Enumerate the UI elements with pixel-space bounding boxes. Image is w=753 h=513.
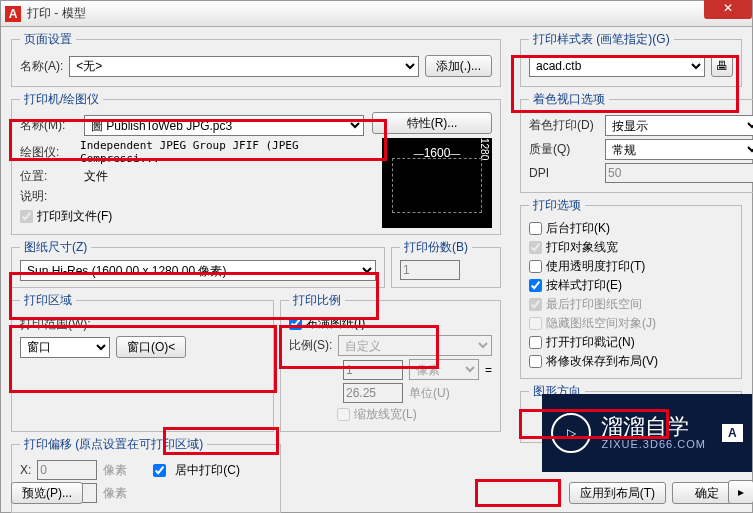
scale-unit2: 单位(U) bbox=[409, 385, 450, 402]
printer-name-select[interactable]: 圖 PublishToWeb JPG.pc3 bbox=[84, 115, 364, 136]
dpi-label: DPI bbox=[529, 166, 599, 180]
opt-hide-paperspace-checkbox bbox=[529, 317, 542, 330]
shade-plot-select[interactable]: 按显示 bbox=[605, 115, 753, 136]
dpi-input bbox=[605, 163, 753, 183]
print-to-file-checkbox bbox=[20, 210, 33, 223]
plot-area-group: 打印区域 打印范围(W): 窗口 窗口(O)< bbox=[11, 292, 274, 432]
window-title: 打印 - 模型 bbox=[27, 5, 86, 22]
quality-select[interactable]: 常规 bbox=[605, 139, 753, 160]
center-plot-label: 居中打印(C) bbox=[175, 462, 240, 479]
edit-style-table-button[interactable]: 🖶 bbox=[711, 55, 733, 77]
opt-hide-paperspace-label: 隐藏图纸空间对象(J) bbox=[546, 315, 656, 332]
scale-num2 bbox=[343, 383, 403, 403]
paper-size-group: 图纸尺寸(Z) Sun Hi-Res (1600.00 x 1280.00 像素… bbox=[11, 239, 385, 288]
page-setup-group: 页面设置 名称(A): <无> 添加(.)... bbox=[11, 31, 501, 87]
plot-style-table-legend: 打印样式表 (画笔指定)(G) bbox=[529, 31, 674, 48]
quality-label: 质量(Q) bbox=[529, 141, 599, 158]
equals-icon: = bbox=[485, 363, 492, 377]
page-name-label: 名称(A): bbox=[20, 58, 63, 75]
printer-legend: 打印机/绘图仪 bbox=[20, 91, 103, 108]
page-name-select[interactable]: <无> bbox=[69, 56, 418, 77]
scale-select: 自定义 bbox=[338, 335, 492, 356]
opt-transparency-checkbox[interactable] bbox=[529, 260, 542, 273]
plot-options-legend: 打印选项 bbox=[529, 197, 585, 214]
scale-lineweights-checkbox bbox=[337, 408, 350, 421]
watermark-overlay: ▷ 溜溜自学 ZIXUE.3D66.COM A bbox=[542, 394, 752, 472]
opt-save-changes-checkbox[interactable] bbox=[529, 355, 542, 368]
paper-size-legend: 图纸尺寸(Z) bbox=[20, 239, 91, 256]
fit-to-paper-checkbox[interactable] bbox=[289, 317, 302, 330]
plot-scale-group: 打印比例 布满图纸(I) 比例(S): 自定义 像素 = 单位(U) bbox=[280, 292, 501, 432]
opt-stamp-label: 打开打印戳记(N) bbox=[546, 334, 635, 351]
play-icon: ▷ bbox=[551, 413, 591, 453]
opt-styles-label: 按样式打印(E) bbox=[546, 277, 622, 294]
page-setup-legend: 页面设置 bbox=[20, 31, 76, 48]
where-value: 文件 bbox=[84, 168, 108, 185]
close-button[interactable]: ✕ bbox=[704, 0, 752, 19]
plot-style-table-group: 打印样式表 (画笔指定)(G) acad.ctb 🖶 bbox=[520, 31, 742, 87]
app-icon: A bbox=[5, 6, 21, 22]
printer-properties-button[interactable]: 特性(R)... bbox=[372, 112, 492, 134]
copies-legend: 打印份数(B) bbox=[400, 239, 472, 256]
watermark-trailing: A bbox=[722, 424, 743, 442]
opt-lineweights-checkbox bbox=[529, 241, 542, 254]
opt-background-checkbox[interactable] bbox=[529, 222, 542, 235]
plot-area-legend: 打印区域 bbox=[20, 292, 76, 309]
scale-label: 比例(S): bbox=[289, 337, 332, 354]
opt-paperspace-last-checkbox bbox=[529, 298, 542, 311]
copies-input bbox=[400, 260, 460, 280]
plot-what-select[interactable]: 窗口 bbox=[20, 337, 110, 358]
apply-to-layout-button[interactable]: 应用到布局(T) bbox=[569, 482, 666, 504]
opt-paperspace-last-label: 最后打印图纸空间 bbox=[546, 296, 642, 313]
opt-lineweights-label: 打印对象线宽 bbox=[546, 239, 618, 256]
opt-stamp-checkbox[interactable] bbox=[529, 336, 542, 349]
preview-button[interactable]: 预览(P)... bbox=[11, 482, 83, 504]
plotter-value: Independent JPEG Group JFIF (JPEG Compre… bbox=[80, 139, 364, 165]
watermark-url: ZIXUE.3D66.COM bbox=[601, 438, 705, 450]
expand-button[interactable]: ▸ bbox=[728, 480, 753, 504]
shaded-viewport-legend: 着色视口选项 bbox=[529, 91, 609, 108]
plot-what-label: 打印范围(W): bbox=[20, 316, 91, 333]
shaded-viewport-group: 着色视口选项 着色打印(D) 按显示 质量(Q) 常规 DPI bbox=[520, 91, 753, 193]
printer-group: 打印机/绘图仪 名称(M): 圖 PublishToWeb JPG.pc3 绘图… bbox=[11, 91, 501, 235]
offset-x-input bbox=[37, 460, 97, 480]
where-label: 位置: bbox=[20, 168, 78, 185]
scale-lineweights-label: 缩放线宽(L) bbox=[354, 406, 417, 423]
add-page-setup-button[interactable]: 添加(.)... bbox=[425, 55, 492, 77]
copies-group: 打印份数(B) bbox=[391, 239, 501, 288]
opt-styles-checkbox[interactable] bbox=[529, 279, 542, 292]
scale-unit1: 像素 bbox=[409, 359, 479, 380]
plot-options-group: 打印选项 后台打印(K) 打印对象线宽 使用透明度打印(T) 按样式打印(E) … bbox=[520, 197, 742, 379]
paper-preview: —1600— 1280 bbox=[382, 138, 492, 228]
offset-x-unit: 像素 bbox=[103, 462, 127, 479]
plot-offset-legend: 打印偏移 (原点设置在可打印区域) bbox=[20, 436, 207, 453]
scale-num1 bbox=[343, 360, 403, 380]
plot-style-table-select[interactable]: acad.ctb bbox=[529, 56, 705, 77]
desc-label: 说明: bbox=[20, 188, 78, 205]
plotter-label: 绘图仪: bbox=[20, 144, 74, 161]
print-to-file-label: 打印到文件(F) bbox=[37, 208, 112, 225]
print-dialog: A 打印 - 模型 ✕ 页面设置 名称(A): <无> 添加(.)... 打印机… bbox=[0, 0, 753, 513]
titlebar: A 打印 - 模型 ✕ bbox=[1, 1, 752, 27]
plot-scale-legend: 打印比例 bbox=[289, 292, 345, 309]
opt-transparency-label: 使用透明度打印(T) bbox=[546, 258, 645, 275]
watermark-brand: 溜溜自学 bbox=[601, 416, 705, 438]
opt-background-label: 后台打印(K) bbox=[546, 220, 610, 237]
opt-save-changes-label: 将修改保存到布局(V) bbox=[546, 353, 658, 370]
shade-plot-label: 着色打印(D) bbox=[529, 117, 599, 134]
fit-to-paper-label: 布满图纸(I) bbox=[306, 315, 365, 332]
center-plot-checkbox[interactable] bbox=[153, 464, 166, 477]
paper-size-select[interactable]: Sun Hi-Res (1600.00 x 1280.00 像素) bbox=[20, 260, 376, 281]
window-pick-button[interactable]: 窗口(O)< bbox=[116, 336, 186, 358]
offset-x-label: X: bbox=[20, 463, 31, 477]
printer-name-label: 名称(M): bbox=[20, 117, 78, 134]
